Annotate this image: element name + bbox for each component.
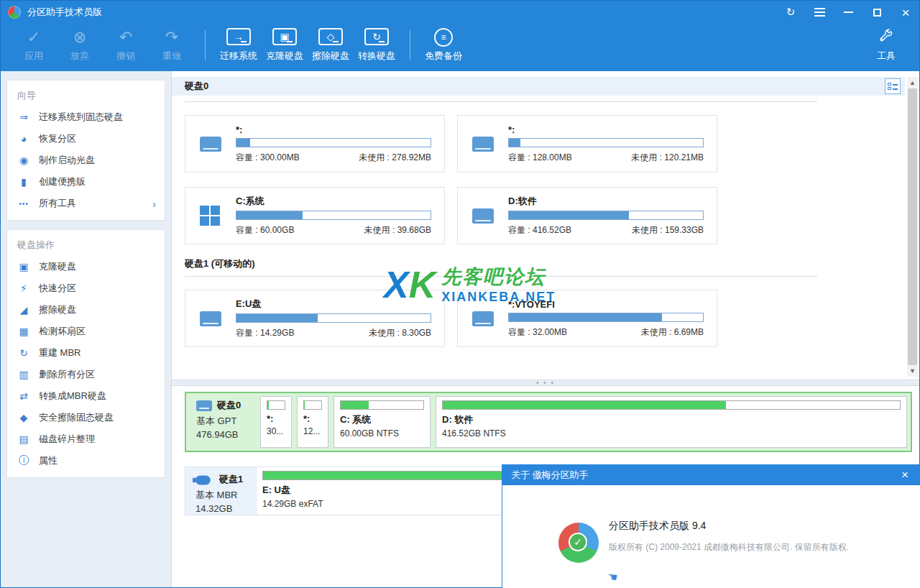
close-icon: ×: [901, 6, 909, 19]
disk-icon: [472, 137, 494, 152]
undo-icon: ↶: [119, 28, 132, 47]
free-backup-button[interactable]: ≡ 免费备份: [420, 27, 466, 64]
dialog-close-button[interactable]: ×: [897, 468, 913, 482]
migrate-disk-icon: ⇒: [17, 111, 30, 123]
partition-block[interactable]: *: 30...: [260, 396, 292, 448]
partition-block[interactable]: C: 系统 60.00GB NTFS: [334, 396, 431, 448]
sidebar-item-delete-all-partitions[interactable]: ▥ 删除所有分区: [7, 364, 165, 385]
scrollbar-thumb[interactable]: [908, 88, 917, 365]
maximize-button[interactable]: [870, 6, 883, 19]
refresh-icon: ↻: [786, 6, 796, 19]
cancel-icon: ⊗: [73, 28, 86, 47]
migrate-system-button[interactable]: → 迁移系统: [216, 27, 262, 64]
app-window: 分区助手技术员版 ↻ × ✓ 应用 ⊗ 放弃 ↶ 撤销 ↷ 重做 → 迁移: [0, 0, 920, 588]
capacity-text: 容量 : 128.00MB: [508, 152, 572, 164]
sidebar-item-create-portable[interactable]: ▮ 创建便携版: [7, 171, 165, 193]
wipe-disk-icon: ◇: [318, 28, 343, 45]
volume-name: *:VTOYEFI: [508, 299, 704, 310]
wipe-disk-button[interactable]: ◇ 擦除硬盘: [308, 27, 354, 64]
convert-disk-button[interactable]: ↻ 转换硬盘: [354, 27, 400, 64]
disk0-size: 476.94GB: [196, 429, 257, 440]
refresh-button[interactable]: ↻: [784, 6, 797, 19]
toolbar: ✓ 应用 ⊗ 放弃 ↶ 撤销 ↷ 重做 → 迁移系统 ▣ 克隆硬盘 ◇ 擦除硬盘: [1, 24, 919, 71]
apply-button[interactable]: ✓ 应用: [11, 27, 57, 64]
view-toggle-button[interactable]: [885, 78, 901, 94]
wrench-icon: [878, 28, 894, 47]
volumes-scroll-area: 硬盘0 *: 容量 : 300.00MB 未使用 : 278.92MB: [172, 71, 919, 380]
disk-operations-panel: 硬盘操作 ▣ 克隆硬盘 ⚡ 快速分区 ◢ 擦除硬盘 ▦ 检测坏扇区: [6, 229, 165, 478]
wizards-panel: 向导 ⇒ 迁移系统到固态硬盘 ◕ 恢复分区 ◉ 制作启动光盘 ▮ 创建便携版: [6, 80, 165, 221]
disk0-section-header: 硬盘0: [172, 77, 905, 96]
partition-card[interactable]: D:软件 容量 : 416.52GB 未使用 : 159.33GB: [457, 187, 717, 244]
capacity-text: 容量 : 416.52GB: [508, 224, 571, 236]
panel-splitter[interactable]: • • •: [172, 380, 919, 386]
unused-text: 未使用 : 6.69MB: [641, 326, 704, 339]
partition-card[interactable]: *: 容量 : 300.00MB 未使用 : 278.92MB: [185, 115, 445, 173]
defrag-icon: ▤: [17, 433, 30, 445]
sidebar-item-secure-erase-ssd[interactable]: ◆ 安全擦除固态硬盘: [7, 407, 165, 428]
rebuild-mbr-icon: ↻: [17, 347, 30, 359]
disk1-type: 基本 MBR: [196, 489, 256, 502]
partition-card[interactable]: *: 容量 : 128.00MB 未使用 : 120.21MB: [457, 115, 717, 173]
partition-block[interactable]: D: 软件 416.52GB NTFS: [436, 396, 907, 448]
properties-icon: ⓘ: [17, 454, 30, 467]
sidebar-item-rebuild-mbr[interactable]: ↻ 重建 MBR: [7, 342, 165, 364]
sidebar-item-make-bootable-media[interactable]: ◉ 制作启动光盘: [7, 150, 165, 171]
toolbar-separator: [410, 30, 410, 60]
redo-icon: ↷: [165, 28, 178, 47]
partition-card[interactable]: E:U盘 容量 : 14.29GB 未使用 : 8.30GB: [185, 290, 445, 347]
chevron-right-icon: ›: [152, 198, 156, 210]
sidebar-item-check-bad-sectors[interactable]: ▦ 检测坏扇区: [7, 321, 165, 342]
disk-icon: [200, 311, 221, 326]
usage-bar: [267, 400, 285, 410]
usage-bar: [340, 400, 424, 410]
minimize-button[interactable]: [842, 6, 855, 19]
sidebar-item-properties[interactable]: ⓘ 属性: [7, 450, 165, 472]
partition-card[interactable]: *:VTOYEFI 容量 : 32.00MB 未使用 : 6.69MB: [457, 290, 717, 347]
hand-pointer-icon: ☚: [606, 569, 618, 584]
partition-block[interactable]: *: 12...: [297, 396, 328, 448]
sidebar-item-defragment[interactable]: ▤ 磁盘碎片整理: [7, 428, 165, 450]
clone-disk-button[interactable]: ▣ 克隆硬盘: [262, 27, 308, 64]
sidebar-item-wipe-disk[interactable]: ◢ 擦除硬盘: [7, 299, 165, 321]
undo-button[interactable]: ↶ 撤销: [103, 27, 149, 64]
sidebar-item-clone-disk[interactable]: ▣ 克隆硬盘: [7, 256, 165, 277]
toolbar-separator: [205, 30, 206, 60]
portable-version-icon: ▮: [17, 176, 30, 188]
sidebar-item-migrate-to-ssd[interactable]: ⇒ 迁移系统到固态硬盘: [7, 106, 165, 128]
windows-icon: [200, 206, 224, 226]
volume-name: E:U盘: [236, 298, 431, 311]
unused-text: 未使用 : 8.30GB: [369, 327, 431, 339]
usage-bar: [236, 211, 431, 220]
vertical-scrollbar[interactable]: ▲ ▼: [907, 77, 918, 377]
usage-bar: [508, 211, 704, 220]
disk1-label: 硬盘1 基本 MBR 14.32GB: [185, 467, 256, 515]
usage-bar: [508, 313, 704, 322]
usage-bar: [236, 138, 431, 147]
discard-button[interactable]: ⊗ 放弃: [57, 27, 103, 64]
recover-partition-icon: ◕: [17, 133, 30, 144]
capacity-text: 容量 : 300.00MB: [236, 152, 300, 164]
sidebar-item-recover-partition[interactable]: ◕ 恢复分区: [7, 128, 165, 150]
scrollbar-down-button[interactable]: ▼: [907, 365, 918, 377]
sidebar-item-all-tools[interactable]: ••• 所有工具 ›: [7, 193, 165, 214]
about-dialog-titlebar: 关于 傲梅分区助手 ×: [502, 465, 920, 485]
partition-card[interactable]: C:系统 容量 : 60.00GB 未使用 : 39.68GB: [185, 187, 445, 244]
bootable-media-icon: ◉: [17, 155, 30, 166]
check-icon: ✓: [27, 28, 40, 47]
scrollbar-up-button[interactable]: ▲: [907, 77, 918, 88]
partition-assistant-logo: ✓: [558, 523, 599, 563]
usb-icon: [196, 476, 211, 485]
disk-icon: [196, 400, 212, 411]
secure-erase-icon: ◆: [17, 412, 30, 423]
disk0-type: 基本 GPT: [196, 415, 257, 428]
disk-icon: [472, 208, 494, 224]
close-button[interactable]: ×: [899, 6, 912, 19]
volume-name: *:: [236, 124, 431, 135]
menu-button[interactable]: [813, 6, 826, 19]
sidebar-item-convert-to-mbr[interactable]: ⇄ 转换成MBR硬盘: [7, 385, 165, 407]
disk0-row[interactable]: 硬盘0 基本 GPT 476.94GB *: 30... *:: [185, 392, 912, 452]
redo-button[interactable]: ↷ 重做: [149, 27, 195, 64]
sidebar-item-quick-partition[interactable]: ⚡ 快速分区: [7, 277, 165, 299]
tools-button[interactable]: 工具: [863, 27, 909, 64]
